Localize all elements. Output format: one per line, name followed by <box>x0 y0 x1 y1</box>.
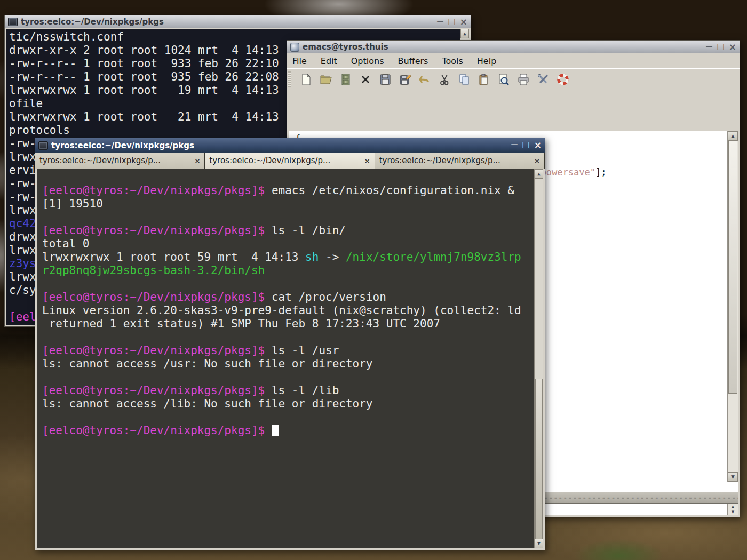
tab-bar: tyros:eelco:~/Dev/nixpkgs/p...×tyros:eel… <box>35 153 545 169</box>
close-icon[interactable]: × <box>460 18 467 27</box>
scrollbar[interactable]: ▲ ▼ <box>534 169 543 548</box>
terminal-output[interactable]: [eelco@tyros:~/Dev/nixpkgs/pkgs]$ emacs … <box>37 169 543 548</box>
preferences-icon[interactable] <box>536 73 550 86</box>
text-span: r2qp8nq8jw29sbcgs-bash-3.2/bin/sh <box>42 264 265 277</box>
menu-help[interactable]: Help <box>477 56 496 66</box>
text-span: cat /proc/version <box>265 291 386 303</box>
text-span <box>42 411 49 423</box>
scroll-down-icon[interactable]: ▼ <box>535 539 543 548</box>
dired-icon[interactable] <box>339 73 353 86</box>
toolbar <box>287 69 740 90</box>
text-span: [eelco@tyros:~/Dev/nixpkgs/pkgs]$ <box>42 344 265 357</box>
desktop: tyros:eelco:~/Dev/nixpkgs/pkgs — □ × tic… <box>0 0 747 560</box>
text-span: ofile <box>9 97 43 110</box>
scrollbar-thumb[interactable] <box>535 379 543 539</box>
save-icon[interactable] <box>378 73 392 86</box>
text-line <box>42 371 543 384</box>
scroll-up-icon[interactable]: ▲ <box>728 131 738 141</box>
text-span: lrwxrwxrwx 1 root root 21 mrt 4 14:13 <box>9 110 285 123</box>
text-span: ls -l /lib <box>265 384 339 397</box>
new-file-icon[interactable] <box>299 73 313 86</box>
scrollbar-thumb[interactable] <box>728 140 737 394</box>
maximize-icon[interactable]: □ <box>717 43 725 52</box>
tab-2[interactable]: tyros:eelco:~/Dev/nixpkgs/p...× <box>205 153 375 169</box>
minimize-icon[interactable]: — <box>511 141 518 150</box>
toolbar-grip[interactable] <box>288 71 291 87</box>
emacs-icon <box>290 43 299 52</box>
minimize-icon[interactable]: — <box>437 18 444 27</box>
text-cursor <box>272 425 279 436</box>
text-line: [eelco@tyros:~/Dev/nixpkgs/pkgs]$ cat /p… <box>42 291 543 304</box>
menu-edit[interactable]: Edit <box>321 56 337 66</box>
text-span: lrwxrwxrwx 1 root root 59 mrt 4 14:13 <box>42 251 305 263</box>
tab-label: tyros:eelco:~/Dev/nixpkgs/p... <box>379 156 531 165</box>
menu-options[interactable]: Options <box>351 56 384 66</box>
tab-close-icon[interactable]: × <box>194 157 200 165</box>
text-span <box>9 297 16 310</box>
maximize-icon[interactable]: □ <box>522 141 530 150</box>
tab-3[interactable]: tyros:eelco:~/Dev/nixpkgs/p...× <box>375 153 545 169</box>
tab-1[interactable]: tyros:eelco:~/Dev/nixpkgs/p...× <box>35 153 205 169</box>
text-span: sh <box>305 251 319 263</box>
text-span: ls -l /bin/ <box>265 224 346 237</box>
window-title: tyros:eelco:~/Dev/nixpkgs/pkgs <box>51 141 508 150</box>
text-line: [eelco@tyros:~/Dev/nixpkgs/pkgs]$ <box>42 424 543 437</box>
text-line <box>42 411 543 424</box>
text-span: returned 1 exit status) #1 SMP Thu Feb 8… <box>42 317 440 330</box>
close-buffer-icon[interactable] <box>359 73 372 86</box>
copy-icon[interactable] <box>457 73 471 86</box>
undo-icon[interactable] <box>418 73 432 86</box>
maximize-icon[interactable]: □ <box>448 18 456 27</box>
terminal-icon <box>8 18 18 26</box>
text-span: [eelco@tyros:~/Dev/nixpkgs/pkgs]$ <box>42 291 265 303</box>
scrollbar[interactable]: ▲ ▼ <box>727 131 738 482</box>
modeline-dashes: ----------------------------------------… <box>514 493 738 502</box>
window-terminal-front[interactable]: tyros:eelco:~/Dev/nixpkgs/pkgs — □ × tyr… <box>35 138 545 550</box>
text-line: ls: cannot access /lib: No such file or … <box>42 397 543 411</box>
text-line: total 0 <box>42 237 543 251</box>
tab-close-icon[interactable]: × <box>364 157 370 165</box>
text-line: [1] 19510 <box>42 197 543 211</box>
text-span <box>42 371 49 383</box>
minibuffer-scrollbar[interactable]: ▲▼ <box>727 504 738 515</box>
terminal-icon <box>38 141 48 150</box>
close-icon[interactable]: × <box>534 141 542 150</box>
text-span: [eelco@tyros:~/Dev/nixpkgs/pkgs]$ <box>42 424 265 437</box>
titlebar[interactable]: tyros:eelco:~/Dev/nixpkgs/pkgs — □ × <box>35 138 545 153</box>
titlebar[interactable]: tyros:eelco:~/Dev/nixpkgs/pkgs — □ × <box>5 15 471 28</box>
search-icon[interactable] <box>497 73 511 86</box>
window-title: emacs@tyros.thuis <box>303 42 703 52</box>
cut-icon[interactable] <box>438 73 451 86</box>
titlebar[interactable]: emacs@tyros.thuis — □ × <box>287 41 740 53</box>
save-as-icon[interactable] <box>398 73 412 86</box>
menu-tools[interactable]: Tools <box>442 56 463 66</box>
scroll-up-icon[interactable]: ▲ <box>460 29 469 38</box>
help-icon[interactable] <box>556 73 570 86</box>
tab-close-icon[interactable]: × <box>534 157 540 165</box>
menu-buffers[interactable]: Buffers <box>398 56 428 66</box>
text-line: lrwxrwxrwx 1 root root 59 mrt 4 14:13 sh… <box>42 251 543 264</box>
text-line: [eelco@tyros:~/Dev/nixpkgs/pkgs]$ emacs … <box>42 184 543 197</box>
text-span: ls: cannot access /lib: No such file or … <box>42 397 373 410</box>
text-line <box>42 211 543 224</box>
text-span: ls -l /usr <box>265 344 339 357</box>
paste-icon[interactable] <box>477 73 491 86</box>
text-span: emacs /etc/nixos/configuration.nix & <box>265 184 514 197</box>
text-line <box>42 277 543 291</box>
minimize-icon[interactable]: — <box>706 43 713 52</box>
text-span: ls: cannot access /usr: No such file or … <box>42 357 373 370</box>
open-folder-icon[interactable] <box>319 73 333 86</box>
window-title: tyros:eelco:~/Dev/nixpkgs/pkgs <box>21 17 434 27</box>
scroll-up-icon[interactable]: ▲ <box>535 169 543 179</box>
scroll-down-icon[interactable]: ▼ <box>728 472 738 482</box>
text-line: ls: cannot access /usr: No such file or … <box>42 357 543 371</box>
text-span: [eelco@tyros:~/Dev/nixpkgs/pkgs]$ <box>42 384 265 397</box>
text-line: [eelco@tyros:~/Dev/nixpkgs/pkgs]$ ls -l … <box>42 384 543 397</box>
menu-file[interactable]: File <box>292 56 307 66</box>
text-span <box>42 331 49 343</box>
text-span <box>265 424 272 437</box>
text-span <box>42 277 49 290</box>
print-icon[interactable] <box>516 73 530 86</box>
close-icon[interactable]: × <box>729 43 736 52</box>
tab-label: tyros:eelco:~/Dev/nixpkgs/p... <box>39 156 191 165</box>
